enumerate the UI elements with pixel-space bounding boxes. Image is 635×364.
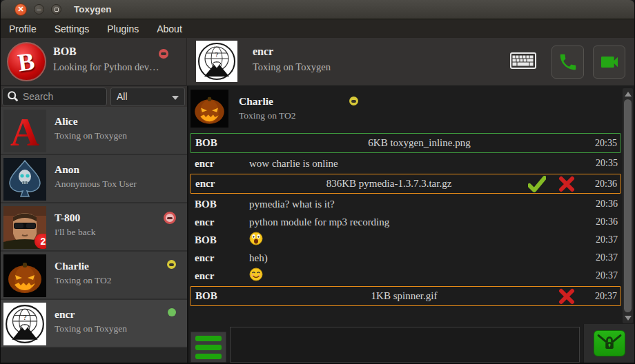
friend-header: ? encr Toxing on Toxygen: [188, 38, 634, 86]
contact-row-t800[interactable]: 2 T-800 I'll be back: [1, 203, 187, 252]
scroll-down-icon[interactable]: [623, 313, 633, 323]
svg-text:A: A: [10, 110, 39, 152]
peer-name: Charlie: [239, 95, 296, 108]
message-list: BOB 6KB toxygen_inline.png 20:35 encr wo…: [190, 132, 621, 323]
video-camera-icon: [598, 51, 621, 73]
file-transfer-row[interactable]: encr 836KB pymedia-1.3.7.3.tar.gz 20:36: [190, 174, 621, 194]
audio-call-button[interactable]: [551, 46, 584, 79]
message-author: encr: [190, 252, 249, 264]
away-status-icon: [349, 97, 358, 105]
contact-name: Alice: [55, 115, 127, 128]
friend-name: encr: [253, 46, 331, 58]
title-bar: ✕ – Toxygen: [1, 0, 634, 19]
message-time: 20:35: [589, 158, 621, 169]
message-time: 20:37: [589, 234, 621, 245]
send-button[interactable]: [594, 330, 625, 356]
message-text: wow charlie is online: [249, 158, 589, 170]
contacts-panel-filler: [1, 348, 187, 363]
menu-bar: Profile Settings Plugins About: [1, 19, 634, 38]
self-busy-status-icon[interactable]: [159, 49, 168, 59]
maximize-icon[interactable]: [51, 4, 61, 14]
message-row: encr heh) 20:37: [190, 249, 621, 267]
toxygen-window: ✕ – Toxygen Profile Settings Plugins Abo…: [0, 0, 635, 364]
contact-name: encr: [55, 308, 127, 321]
contact-status-message: Toxing on TO2: [55, 275, 112, 286]
message-row: BOB pymedia? what is it? 20:36: [190, 195, 621, 213]
message-row: encr python module for mp3 recording 20:…: [190, 213, 621, 231]
message-text: pymedia? what is it?: [249, 199, 589, 210]
menu-plugins[interactable]: Plugins: [107, 23, 139, 34]
file-transfer-row[interactable]: BOB 6KB toxygen_inline.png 20:35: [190, 133, 621, 153]
minimize-icon[interactable]: –: [34, 4, 44, 14]
phone-icon: [558, 52, 578, 72]
chat-menu-button[interactable]: [190, 332, 226, 363]
online-status-icon: [168, 308, 176, 316]
accept-transfer-button[interactable]: [528, 176, 546, 192]
contact-name: Anon: [55, 163, 137, 176]
contact-status-message: I'll be back: [55, 227, 95, 238]
menu-profile[interactable]: Profile: [9, 23, 37, 34]
message-time: 20:37: [589, 291, 621, 302]
busy-unread-status-icon: [164, 212, 176, 224]
keyboard-icon: [510, 52, 536, 72]
file-transfer-row[interactable]: BOB 1KB spinner.gif 20:37: [190, 286, 621, 306]
self-avatar: B: [7, 42, 46, 81]
message-author: encr: [190, 178, 250, 190]
message-scrollbar[interactable]: [623, 88, 633, 323]
message-time: 20:36: [589, 179, 621, 190]
alice-avatar: A: [3, 110, 46, 152]
svg-text:?: ?: [23, 313, 26, 321]
friend-status-message: Toxing on Toxygen: [253, 61, 331, 73]
message-time: 20:35: [589, 138, 621, 149]
contact-row-alice[interactable]: A Alice Toxing on Toxygen: [1, 107, 187, 155]
contact-status-message: Toxing on Toxygen: [55, 130, 127, 141]
anon-avatar: [3, 158, 46, 201]
chevron-down-icon: [172, 96, 179, 100]
menu-about[interactable]: About: [157, 23, 182, 34]
contact-row-charlie[interactable]: Charlie Toxing on TO2: [1, 252, 187, 300]
message-emoji: [249, 232, 589, 248]
self-profile[interactable]: B BOB Looking for Python dev…: [1, 38, 187, 86]
svg-text:?: ?: [215, 50, 219, 59]
self-status-message: Looking for Python dev…: [53, 61, 159, 73]
encr-avatar: ?: [3, 303, 46, 345]
menu-settings[interactable]: Settings: [55, 23, 90, 34]
message-text: heh): [249, 252, 589, 264]
contact-filter-value: All: [117, 91, 128, 102]
message-time: 20:36: [589, 216, 621, 228]
contact-row-encr[interactable]: ? encr Toxing on Toxygen: [1, 300, 187, 348]
chat-bottom-bar: [188, 324, 634, 363]
message-author: BOB: [190, 199, 249, 210]
message-row: BOB 20:37: [190, 231, 621, 249]
window-title: Toxygen: [74, 4, 112, 14]
message-time: 20:37: [589, 270, 621, 281]
search-box[interactable]: [2, 88, 107, 106]
send-area: [583, 324, 634, 363]
message-author: encr: [190, 270, 249, 282]
message-time: 20:36: [589, 199, 621, 210]
file-name: 1KB spinner.gif: [250, 290, 558, 302]
self-name: BOB: [53, 46, 159, 58]
message-author: encr: [190, 216, 249, 228]
header: B BOB Looking for Python dev… ?: [1, 38, 634, 86]
chat-peer-item[interactable]: Charlie Toxing on TO2: [190, 90, 621, 130]
message-emoji: [249, 267, 589, 284]
contact-name: Charlie: [55, 260, 112, 272]
contact-filter-dropdown[interactable]: All: [110, 88, 185, 106]
contact-row-anon[interactable]: Anon Anonymous Tox User: [1, 155, 187, 203]
decline-transfer-button[interactable]: [558, 176, 575, 192]
hamburger-icon: [195, 336, 222, 341]
envelope-lock-icon: [596, 333, 623, 354]
message-input[interactable]: [230, 327, 580, 363]
away-status-icon: [167, 260, 176, 269]
message-time: 20:37: [589, 252, 621, 263]
friend-avatar: ?: [196, 41, 237, 82]
file-name: 836KB pymedia-1.3.7.3.tar.gz: [250, 178, 528, 190]
search-input[interactable]: [23, 91, 99, 102]
message-row: encr wow charlie is online 20:35: [190, 154, 621, 172]
scrollbar-thumb[interactable]: [624, 99, 632, 312]
cancel-transfer-button[interactable]: [558, 288, 575, 305]
close-icon[interactable]: ✕: [14, 3, 27, 16]
scroll-up-icon[interactable]: [623, 89, 633, 99]
video-call-button[interactable]: [593, 46, 625, 79]
